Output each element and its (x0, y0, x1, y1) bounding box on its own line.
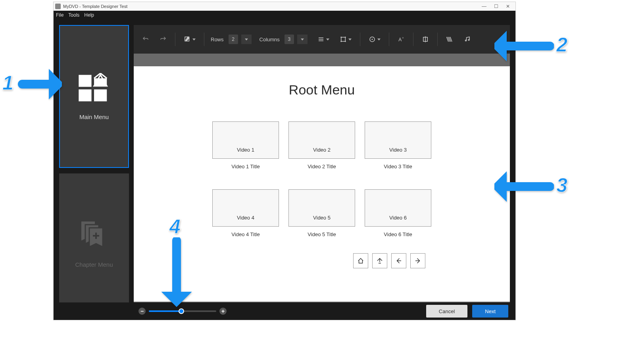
annotation-4: 4 (157, 215, 168, 238)
crop-button[interactable] (418, 33, 433, 46)
app-icon (55, 4, 61, 9)
menubar: File Tools Help (54, 11, 515, 19)
video-thumb[interactable]: Video 6 (365, 189, 431, 227)
nav-buttons (353, 253, 425, 268)
video-thumb[interactable]: Video 4 (212, 189, 279, 227)
video-thumb[interactable]: Video 1 (212, 121, 279, 159)
columns-label: Columns (260, 37, 280, 42)
video-cell[interactable]: Video 3Video 3 Title (365, 121, 431, 169)
main-menu-icon (76, 72, 112, 104)
video-thumb[interactable]: Video 2 (288, 121, 355, 159)
titlebar: MyDVD - Template Designer Test — ☐ ✕ (54, 2, 515, 11)
svg-point-11 (340, 37, 342, 38)
app-window: MyDVD - Template Designer Test — ☐ ✕ Fil… (53, 2, 516, 320)
annotation-1: 1 (2, 68, 62, 102)
svg-point-13 (340, 41, 342, 42)
video-title[interactable]: Video 4 Title (231, 231, 260, 237)
nav-home-button[interactable] (353, 253, 368, 268)
pattern-button[interactable] (442, 33, 457, 46)
window-title: MyDVD - Template Designer Test (63, 4, 478, 9)
svg-rect-0 (79, 75, 91, 87)
toolbar: Rows 2 Columns 3 A+ (134, 25, 510, 54)
undo-button[interactable] (138, 33, 153, 46)
next-button[interactable]: Next (472, 305, 508, 318)
columns-value[interactable]: 3 (285, 35, 294, 44)
video-title[interactable]: Video 6 Title (384, 231, 412, 237)
redo-button[interactable] (156, 33, 170, 46)
video-title[interactable]: Video 3 Title (384, 164, 412, 169)
sidebar: Main Menu Chapter Menu (59, 25, 129, 314)
rows-dropdown[interactable] (241, 35, 252, 44)
music-button[interactable] (460, 33, 474, 46)
video-cell[interactable]: Video 4Video 4 Title (212, 189, 279, 237)
svg-point-16 (371, 39, 373, 40)
video-title[interactable]: Video 5 Title (308, 231, 336, 237)
zoom-slider[interactable] (149, 310, 216, 312)
sidebar-chapter-menu-label: Chapter Menu (75, 261, 113, 268)
maximize-button[interactable]: ☐ (490, 4, 502, 9)
minimize-button[interactable]: — (478, 4, 490, 9)
add-text-button[interactable]: A+ (394, 33, 408, 46)
svg-point-14 (345, 41, 346, 42)
rows-label: Rows (211, 37, 224, 42)
svg-rect-2 (94, 89, 107, 101)
sidebar-main-menu-label: Main Menu (79, 114, 109, 120)
close-button[interactable]: ✕ (502, 4, 514, 9)
svg-point-12 (345, 37, 346, 38)
video-cell[interactable]: Video 5Video 5 Title (288, 189, 355, 237)
video-grid: Video 1Video 1 Title Video 2Video 2 Titl… (212, 121, 431, 237)
nav-next-button[interactable] (410, 253, 425, 268)
bounding-dropdown[interactable] (336, 33, 355, 46)
video-title[interactable]: Video 2 Title (308, 164, 336, 169)
nav-prev-button[interactable] (391, 253, 406, 268)
canvas-title[interactable]: Root Menu (289, 82, 355, 98)
annotation-3: 3 (494, 171, 554, 204)
menu-help[interactable]: Help (84, 12, 94, 18)
menu-tools[interactable]: Tools (68, 12, 79, 18)
nav-up-button[interactable] (372, 253, 387, 268)
rows-value[interactable]: 2 (229, 35, 238, 44)
svg-text:+: + (402, 36, 404, 40)
top-band (134, 54, 510, 66)
sidebar-main-menu[interactable]: Main Menu (59, 25, 129, 168)
video-cell[interactable]: Video 2Video 2 Title (288, 121, 355, 169)
svg-text:A: A (398, 37, 402, 42)
video-thumb[interactable]: Video 5 (288, 189, 355, 227)
svg-rect-10 (341, 37, 346, 42)
chapter-menu-icon (76, 220, 112, 252)
cancel-button[interactable]: Cancel (426, 305, 467, 318)
zoom-out-button[interactable]: − (138, 308, 146, 315)
svg-rect-1 (79, 89, 91, 101)
svg-rect-3 (94, 79, 107, 86)
edit-dropdown[interactable] (180, 33, 199, 46)
footer: − + Cancel Next (54, 302, 515, 320)
video-title[interactable]: Video 1 Title (231, 164, 260, 169)
list-dropdown[interactable] (314, 33, 333, 46)
video-cell[interactable]: Video 6Video 6 Title (365, 189, 431, 237)
zoom-in-button[interactable]: + (219, 308, 227, 315)
sidebar-chapter-menu[interactable]: Chapter Menu (59, 173, 129, 315)
video-cell[interactable]: Video 1Video 1 Title (212, 121, 279, 169)
disc-dropdown[interactable] (365, 33, 384, 46)
columns-dropdown[interactable] (297, 35, 308, 44)
menu-file[interactable]: File (56, 12, 63, 18)
annotation-2: 2 (494, 30, 554, 64)
video-thumb[interactable]: Video 3 (365, 121, 431, 159)
